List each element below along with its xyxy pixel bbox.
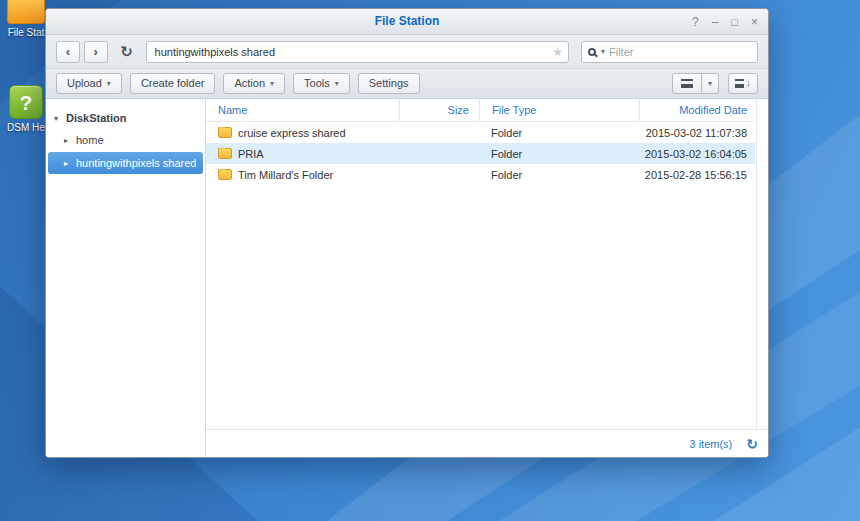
file-station-icon	[7, 0, 45, 24]
view-options-caret-button[interactable]: ▾	[702, 73, 719, 94]
help-question-icon: ?	[9, 85, 43, 119]
list-view-button[interactable]	[672, 73, 702, 94]
folder-icon	[218, 127, 232, 138]
file-type: Folder	[479, 169, 639, 181]
path-input[interactable]: huntingwithpixels shared ★	[146, 41, 569, 63]
chevron-down-icon: ▾	[107, 74, 111, 93]
refresh-icon[interactable]: ↻	[746, 437, 758, 451]
sidebar-item-huntingwithpixels-shared[interactable]: ▸ huntingwithpixels shared	[48, 152, 203, 174]
sidebar-item-diskstation[interactable]: ▾ DiskStation	[46, 107, 205, 129]
status-bar: 3 item(s) ↻	[206, 429, 768, 457]
file-modified-date: 2015-03-02 16:04:05	[639, 148, 755, 160]
chevron-down-icon: ▾	[270, 74, 274, 93]
sort-arrow-icon: ↓	[746, 79, 751, 88]
action-button[interactable]: Action ▾	[223, 73, 285, 94]
filter-input[interactable]	[609, 46, 751, 58]
create-folder-button[interactable]: Create folder	[130, 73, 216, 94]
search-box[interactable]: ▾	[581, 41, 758, 63]
file-modified-date: 2015-02-28 15:56:15	[639, 169, 755, 181]
file-name: PRIA	[238, 148, 264, 160]
column-header-name[interactable]: Name	[206, 99, 399, 121]
sort-lines-icon	[735, 79, 744, 88]
button-label: Upload	[67, 74, 102, 93]
desktop: File Stat ? DSM He File Station ? – □ × …	[0, 0, 860, 521]
chevron-down-icon: ▾	[335, 74, 339, 93]
window-title: File Station	[46, 9, 768, 34]
back-button[interactable]: ‹	[56, 41, 80, 63]
upload-button[interactable]: Upload ▾	[56, 73, 122, 94]
maximize-icon[interactable]: □	[731, 17, 738, 28]
column-header-file-type[interactable]: File Type	[479, 99, 639, 121]
button-label: Create folder	[141, 74, 205, 93]
column-header-modified-date[interactable]: Modified Date	[639, 99, 755, 121]
file-station-window: File Station ? – □ × ‹ › ↻ huntingwithpi…	[45, 8, 769, 458]
list-view-icon	[681, 79, 693, 88]
navigation-bar: ‹ › ↻ huntingwithpixels shared ★ ▾	[46, 35, 768, 69]
file-name: Tim Millard's Folder	[238, 169, 333, 181]
table-row[interactable]: Tim Millard's Folder Folder 2015-02-28 1…	[206, 164, 755, 185]
view-controls: ▾ ↓	[672, 73, 758, 94]
chevron-right-icon[interactable]: ▸	[64, 136, 76, 145]
bookmark-star-icon[interactable]: ★	[552, 42, 563, 62]
item-count: 3 item(s)	[689, 438, 732, 450]
folder-icon	[218, 169, 232, 180]
toolbar: Upload ▾ Create folder Action ▾ Tools ▾ …	[46, 69, 768, 99]
folder-icon	[218, 148, 232, 159]
scrollbar-track[interactable]	[756, 99, 768, 429]
search-options-caret-icon[interactable]: ▾	[601, 47, 605, 56]
chevron-right-icon[interactable]: ▸	[64, 159, 76, 168]
close-icon[interactable]: ×	[751, 16, 758, 28]
table-row[interactable]: PRIA Folder 2015-03-02 16:04:05	[206, 143, 755, 164]
table-header: Name Size File Type Modified Date	[206, 99, 755, 122]
file-list-pane: Name Size File Type Modified Date cruise…	[206, 99, 768, 457]
window-body: ▾ DiskStation ▸ home ▸ huntingwithpixels…	[46, 99, 768, 457]
sidebar-item-label: DiskStation	[66, 112, 127, 124]
current-path: huntingwithpixels shared	[155, 46, 275, 58]
help-icon[interactable]: ?	[692, 16, 699, 28]
sort-button[interactable]: ↓	[728, 73, 758, 94]
sidebar-item-home[interactable]: ▸ home	[46, 129, 205, 151]
chevron-down-icon[interactable]: ▾	[54, 114, 66, 123]
button-label: Settings	[369, 74, 409, 93]
settings-button[interactable]: Settings	[358, 73, 420, 94]
sidebar: ▾ DiskStation ▸ home ▸ huntingwithpixels…	[46, 99, 206, 457]
window-controls: ? – □ ×	[692, 9, 758, 35]
file-name: cruise express shared	[238, 127, 346, 139]
column-header-size[interactable]: Size	[399, 99, 479, 121]
file-type: Folder	[479, 148, 639, 160]
sidebar-item-label: huntingwithpixels shared	[76, 157, 196, 169]
file-type: Folder	[479, 127, 639, 139]
button-label: Action	[234, 74, 265, 93]
tools-button[interactable]: Tools ▾	[293, 73, 350, 94]
sidebar-item-label: home	[76, 134, 104, 146]
titlebar[interactable]: File Station ? – □ ×	[46, 9, 768, 35]
minimize-icon[interactable]: –	[712, 16, 719, 28]
forward-button[interactable]: ›	[84, 41, 108, 63]
button-label: Tools	[304, 74, 330, 93]
table-row[interactable]: cruise express shared Folder 2015-03-02 …	[206, 122, 755, 143]
file-list: cruise express shared Folder 2015-03-02 …	[206, 122, 755, 429]
file-modified-date: 2015-03-02 11:07:38	[639, 127, 755, 139]
search-icon	[588, 48, 596, 56]
refresh-button[interactable]: ↻	[116, 41, 138, 63]
